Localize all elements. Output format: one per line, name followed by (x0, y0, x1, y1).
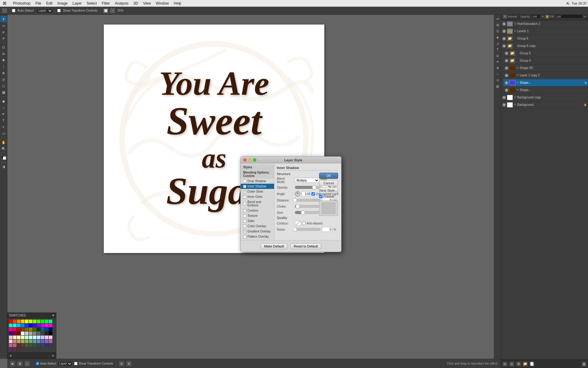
swatch-color[interactable] (37, 320, 40, 323)
layer-levels[interactable]: ● Lv ⛓ Levels 1 (501, 28, 588, 35)
swatch-color[interactable] (17, 335, 21, 339)
swatch-color[interactable] (33, 324, 36, 327)
noise-thumb[interactable] (293, 227, 297, 232)
menu-window[interactable]: Window (153, 1, 172, 6)
autoselect-cb[interactable] (36, 362, 39, 365)
zoom-tool[interactable]: 🔍 (1, 146, 7, 152)
swatch-color[interactable] (33, 343, 36, 347)
swatches-menu[interactable]: ▼ (52, 314, 55, 317)
magic-wand-tool[interactable]: ✳ (1, 35, 7, 41)
check-pattern-overlay[interactable] (243, 235, 246, 238)
cat-satin[interactable]: Satin (241, 218, 274, 224)
eye-layer1copy2[interactable]: ● (505, 74, 508, 77)
eye-levels[interactable]: ● (502, 29, 506, 33)
dialog-close-btn[interactable] (243, 158, 247, 162)
swatch-color[interactable] (9, 339, 13, 343)
swatches-next[interactable]: ► (52, 354, 55, 357)
check-outer-glow[interactable]: ✓ (243, 190, 246, 193)
check-satin[interactable] (243, 220, 246, 223)
play-btn[interactable]: ▶ (10, 361, 15, 366)
swatch-color[interactable] (17, 320, 21, 323)
menu-select[interactable]: Select (84, 1, 99, 6)
check-texture[interactable] (243, 214, 246, 217)
check-gradient-overlay[interactable]: ✓ (243, 230, 246, 233)
swatch-color[interactable] (37, 343, 40, 347)
marquee-tool[interactable]: ▭ (1, 22, 7, 29)
swatch-color[interactable] (29, 332, 32, 335)
size-thumb[interactable] (301, 210, 305, 215)
menu-view[interactable]: View (141, 1, 153, 6)
swatch-color[interactable] (29, 324, 32, 327)
swatch-color[interactable] (41, 339, 44, 343)
swatch-color[interactable] (9, 335, 13, 339)
eraser-tool[interactable]: ◻ (1, 83, 7, 89)
swatch-color[interactable] (33, 335, 36, 339)
swatch-color[interactable] (13, 328, 17, 331)
swatches-prev[interactable]: ◄ (9, 354, 12, 357)
path-selection-tool[interactable]: ↖ (1, 124, 7, 130)
eye-shape-sel[interactable]: ● (505, 81, 508, 85)
layer-bg[interactable]: ● ⛓ Background 🔒 (501, 101, 588, 109)
anti-aliased-checkbox[interactable] (302, 222, 306, 225)
rstrip-btn5[interactable]: ⊿ (495, 40, 500, 46)
swatch-color[interactable] (41, 328, 44, 331)
show-transform-checkbox[interactable] (57, 9, 61, 12)
opacity-slider-thumb[interactable] (312, 185, 316, 190)
swatch-color[interactable] (33, 320, 36, 323)
swatch-color[interactable] (9, 343, 13, 347)
swatch-color[interactable] (33, 328, 36, 331)
new-layer-btn[interactable]: 📄 (529, 361, 535, 367)
swatch-color[interactable] (49, 320, 52, 323)
layer-hue-sat[interactable]: ● H/S ⛓ Hue/Saturation 2 (501, 20, 588, 28)
rstrip-btn11[interactable]: ⊙ (495, 77, 500, 83)
swatch-color[interactable] (17, 343, 21, 347)
swatch-color[interactable] (45, 320, 48, 323)
eye-group6copy[interactable]: ● (502, 44, 506, 48)
autoselect-dropdown[interactable]: Layer (58, 361, 72, 366)
cancel-button[interactable]: Cancel (319, 180, 338, 186)
swatch-color[interactable] (37, 328, 40, 331)
swatch-color[interactable] (45, 343, 48, 347)
swatch-color[interactable] (21, 332, 24, 335)
menu-analysis[interactable]: Analysis (112, 1, 131, 6)
layer-group6[interactable]: ● 📁 Group 6 (501, 35, 588, 42)
swatch-color[interactable] (49, 343, 52, 347)
swatch-color[interactable] (45, 339, 48, 343)
swatch-color[interactable] (17, 347, 21, 351)
swatch-color[interactable] (37, 332, 40, 335)
check-inner-glow[interactable] (243, 195, 246, 198)
swatch-color[interactable] (41, 320, 44, 323)
rstrip-btn8[interactable]: ✒ (495, 59, 500, 64)
add-style-btn[interactable]: fx (502, 361, 508, 367)
opacity-input[interactable] (531, 14, 541, 19)
cat-gradient-overlay[interactable]: ✓ Gradient Overlay (241, 229, 274, 234)
eye-group4[interactable]: ● (505, 59, 508, 63)
transform-cb[interactable] (74, 362, 77, 365)
ok-button[interactable]: OK (319, 173, 338, 179)
cat-styles[interactable]: Styles (241, 165, 274, 170)
eyedropper-tool[interactable]: ⊘ (1, 51, 7, 57)
cat-inner-shadow[interactable]: ✓ Inner Shadow (241, 184, 274, 189)
menu-layer[interactable]: Layer (70, 1, 84, 6)
blur-tool[interactable]: ◉ (1, 98, 7, 104)
swatch-color[interactable] (33, 332, 36, 335)
rstrip-btn4[interactable]: ◈ (495, 34, 500, 40)
shape-tool[interactable]: ▭ (1, 130, 7, 136)
contour-preview[interactable] (295, 221, 301, 226)
pen-tool[interactable]: ✒ (1, 111, 7, 117)
swatch-color[interactable] (45, 332, 48, 335)
cat-contour[interactable]: Contour (241, 208, 274, 213)
background-color[interactable] (3, 156, 6, 160)
swatch-color[interactable] (49, 339, 52, 343)
new-group-btn[interactable]: 📁 (522, 361, 528, 367)
swatch-color[interactable] (37, 339, 40, 343)
blend-mode-select[interactable]: Multiply Normal Screen (295, 178, 319, 183)
swatch-color[interactable] (41, 335, 44, 339)
swatch-color[interactable] (21, 320, 24, 323)
swatch-color[interactable] (13, 347, 17, 351)
sb-icon2[interactable]: ⊗ (126, 361, 132, 366)
swatch-color[interactable] (25, 343, 28, 347)
swatch-color[interactable] (41, 332, 44, 335)
cat-bevel[interactable]: Bevel and Emboss (241, 199, 274, 208)
menu-3d[interactable]: 3D (131, 1, 141, 6)
